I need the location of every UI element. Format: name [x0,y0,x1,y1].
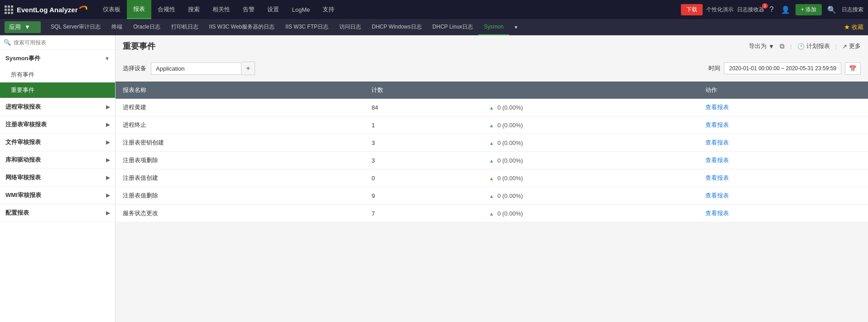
app-dropdown-arrow: ▼ [24,24,30,30]
nav-compliance[interactable]: 合规性 [151,0,182,19]
app-label: 应用 [9,23,21,31]
personalize-button[interactable]: 个性化演示 [706,6,733,14]
nav-iis-web[interactable]: IIS W3C Web服务器的日志 [204,19,280,35]
page-title: 重要事件 [123,41,155,52]
add-button[interactable]: + 添加 [796,4,822,15]
config-reports-arrow: ▶ [106,210,110,216]
sidebar-section-library-driver-header[interactable]: 库和驱动报表 ▶ [0,151,115,168]
trend-up-icon: ▲ [489,105,494,111]
favorites-button[interactable]: ★ 收藏 [844,23,863,31]
nav-more-arrow[interactable]: ▾ [509,19,523,35]
cell-trend: ▲ 0 (0.00%) [482,187,698,205]
trend-value: 0 (0.00%) [497,122,523,129]
calendar-icon-button[interactable]: 📅 [845,62,861,75]
log-receiver-button[interactable]: 日志接收器 2 [737,6,764,14]
cell-action: 查看报表 [698,152,868,169]
nav-oracle[interactable]: Oracle日志 [128,19,165,35]
separator2: | [835,43,837,50]
search-input[interactable] [14,39,111,46]
table-row: 进程终止 1 ▲ 0 (0.00%) 查看报表 [116,116,868,134]
export-label: 导出为 [749,42,767,50]
sidebar-section-config-reports-header[interactable]: 配置报表 ▶ [0,204,115,221]
export-button[interactable]: 导出为 ▼ [749,42,774,50]
library-driver-arrow: ▶ [106,157,110,163]
view-report-link[interactable]: 查看报表 [705,104,729,111]
copy-icon[interactable]: ⧉ [780,42,785,50]
log-receiver-label: 日志接收器 [737,6,764,13]
sidebar-section-sysmon: Sysmon事件 ▼ 所有事件 重要事件 [0,50,115,98]
more-icon: ↗ [842,43,847,50]
trend-up-icon: ▲ [489,176,494,181]
cell-count: 3 [364,152,482,169]
cell-report-name: 注册表密钥创建 [116,134,364,152]
nav-iis-ftp[interactable]: IIS W3C FTP日志 [280,19,334,35]
table-row: 注册表值创建 0 ▲ 0 (0.00%) 查看报表 [116,169,868,187]
sidebar-item-all-events[interactable]: 所有事件 [0,67,115,82]
nav-terminal[interactable]: 终端 [106,19,128,35]
nav-sysmon[interactable]: Sysmon [478,19,509,35]
export-arrow-icon: ▼ [768,43,774,50]
second-nav-links: SQL Server审计日志 终端 Oracle日志 打印机日志 IIS W3C… [45,19,844,35]
sidebar-item-critical-events[interactable]: 重要事件 [0,82,115,98]
library-driver-label: 库和驱动报表 [5,156,41,164]
app-dropdown[interactable]: 应用 ▼ [5,21,41,33]
nav-correlation[interactable]: 相关性 [206,0,236,19]
filter-row: 选择设备 + 时间 2020-01-01 00:00:00 ~ 2020-05-… [116,57,868,80]
content-header: 重要事件 导出为 ▼ ⧉ | 🕐 计划报表 | ↗ 更多 [116,35,868,57]
main-layout: 🔍 Sysmon事件 ▼ 所有事件 重要事件 进程审核报表 ▶ 注册表审核报表 … [0,35,868,322]
sidebar-section-sysmon-header[interactable]: Sysmon事件 ▼ [0,50,115,67]
view-report-link[interactable]: 查看报表 [705,139,729,146]
nav-support[interactable]: 支持 [316,0,341,19]
cell-report-name: 注册表值创建 [116,169,364,187]
nav-settings[interactable]: 设置 [261,0,285,19]
nav-sql-server[interactable]: SQL Server审计日志 [45,19,106,35]
more-button[interactable]: ↗ 更多 [842,42,861,50]
nav-dashboard[interactable]: 仪表板 [96,0,127,19]
add-device-button[interactable]: + [241,62,255,75]
trend-value: 0 (0.00%) [497,157,523,164]
cell-count: 1 [364,116,482,134]
device-input-wrap: + [151,62,255,75]
sidebar-section-registry-audit-header[interactable]: 注册表审核报表 ▶ [0,116,115,133]
col-report-name: 报表名称 [116,82,364,99]
view-report-link[interactable]: 查看报表 [705,157,729,163]
sidebar-section-library-driver: 库和驱动报表 ▶ [0,151,115,169]
trend-value: 0 (0.00%) [497,192,523,199]
trend-value: 0 (0.00%) [497,175,523,182]
nav-search[interactable]: 搜索 [182,0,206,19]
sidebar-section-file-audit-header[interactable]: 文件审核报表 ▶ [0,134,115,151]
nav-dhcp-windows[interactable]: DHCP Windows日志 [366,19,427,35]
sidebar-section-wmi-audit: WMI审核报表 ▶ [0,187,115,204]
sidebar-section-network-audit-header[interactable]: 网络审核报表 ▶ [0,169,115,186]
cell-trend: ▲ 0 (0.00%) [482,205,698,222]
question-icon[interactable]: ? [768,5,776,14]
nav-logme[interactable]: LogMe [285,0,316,19]
cell-report-name: 进程黄建 [116,99,364,116]
cell-trend: ▲ 0 (0.00%) [482,169,698,187]
nav-dhcp-linux[interactable]: DHCP Linux日志 [427,19,479,35]
view-report-link[interactable]: 查看报表 [705,192,729,199]
schedule-clock-icon: 🕐 [797,43,805,50]
trend-value: 0 (0.00%) [497,104,523,111]
device-input[interactable] [151,62,241,75]
view-report-link[interactable]: 查看报表 [705,174,729,181]
nav-alerts[interactable]: 告警 [236,0,261,19]
schedule-button[interactable]: 🕐 计划报表 [797,42,830,50]
cell-count: 7 [364,205,482,222]
view-report-link[interactable]: 查看报表 [705,121,729,128]
sidebar-section-wmi-audit-header[interactable]: WMI审核报表 ▶ [0,187,115,204]
sidebar-section-process-audit-header[interactable]: 进程审核报表 ▶ [0,98,115,115]
user-icon[interactable]: 👤 [779,5,792,14]
search-nav-icon[interactable]: 🔍 [825,5,838,14]
download-button[interactable]: 下载 [681,4,703,15]
view-report-link[interactable]: 查看报表 [705,210,729,216]
nav-access[interactable]: 访问日志 [334,19,366,35]
sidebar-section-file-audit: 文件审核报表 ▶ [0,134,115,151]
sidebar: 🔍 Sysmon事件 ▼ 所有事件 重要事件 进程审核报表 ▶ 注册表审核报表 … [0,35,116,322]
network-audit-label: 网络审核报表 [5,173,41,182]
nav-printer[interactable]: 打印机日志 [166,19,204,35]
file-audit-arrow: ▶ [106,139,110,145]
nav-reports[interactable]: 报表 [127,0,151,19]
search-bar: 🔍 [0,35,115,50]
cell-action: 查看报表 [698,205,868,222]
